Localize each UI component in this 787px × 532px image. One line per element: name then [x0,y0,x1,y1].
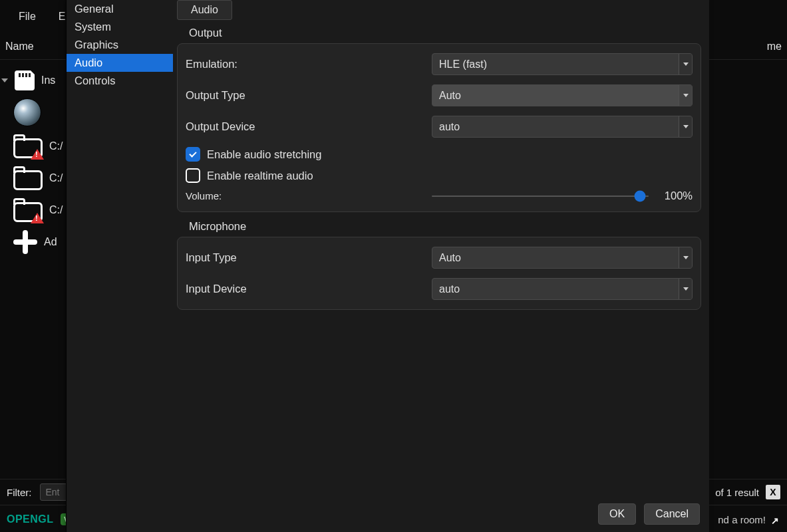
list-item-label: C:/ [49,172,63,184]
checkbox-label: Enable realtime audio [207,170,313,182]
output-device-label: Output Device [186,120,432,133]
audio-stretching-checkbox[interactable]: Enable audio stretching [186,147,693,162]
output-type-label: Output Type [186,89,432,102]
emulation-select[interactable]: HLE (fast) [432,53,693,75]
cancel-button[interactable]: Cancel [644,503,700,525]
column-name[interactable]: Name [5,41,34,53]
checkbox-icon [186,168,200,183]
column-right[interactable]: me [767,41,782,53]
output-type-select[interactable]: Auto [432,84,693,106]
input-type-select[interactable]: Auto [432,247,693,269]
group-output-label: Output [189,27,701,39]
input-type-label: Input Type [186,251,432,264]
sidebar-item-graphics[interactable]: Graphics [67,36,173,54]
checkbox-label: Enable audio stretching [207,148,321,161]
folder-icon [13,198,43,222]
chevron-down-icon [679,54,692,74]
plus-icon [13,230,37,254]
close-filter-button[interactable]: X [766,485,780,499]
expand-icon[interactable] [1,78,8,82]
dialog-footer: OK Cancel [67,496,709,532]
chevron-down-icon [679,116,692,137]
volume-slider[interactable] [432,196,649,197]
filter-label: Filter: [7,487,32,498]
realtime-audio-checkbox[interactable]: Enable realtime audio [186,168,693,183]
input-type-value: Auto [439,252,461,264]
sd-card-icon [15,70,35,90]
folder-icon [13,166,43,190]
input-device-select[interactable]: auto [432,278,693,300]
sidebar-item-controls[interactable]: Controls [67,72,173,90]
chevron-down-icon [679,279,692,299]
settings-sidebar: General System Graphics Audio Controls [67,0,173,496]
slider-thumb[interactable] [634,190,645,201]
menu-file[interactable]: File [19,11,36,23]
volume-label: Volume: [186,190,432,201]
renderer-badge[interactable]: OPENGL [7,513,54,525]
results-text: of 1 result [715,487,759,498]
emulation-value: HLE (fast) [439,59,487,70]
group-output: Emulation: HLE (fast) Output Type Auto [177,43,701,212]
settings-dialog: General System Graphics Audio Controls A… [66,0,709,532]
output-device-value: auto [439,121,460,133]
tab-audio[interactable]: Audio [177,0,232,20]
sidebar-item-system[interactable]: System [67,18,173,36]
alert-badge-icon [31,149,44,160]
alert-badge-icon [31,213,44,223]
game-icon [13,98,41,126]
input-device-label: Input Device [186,283,432,295]
settings-content: Audio Output Emulation: HLE (fast) Outpu… [173,0,709,496]
tab-strip: Audio [177,0,701,20]
list-item-label: C:/ [49,140,63,152]
group-microphone: Input Type Auto Input Device auto [177,237,701,310]
group-microphone-label: Microphone [189,220,701,233]
sidebar-item-audio[interactable]: Audio [67,54,173,72]
chevron-down-icon [679,247,692,268]
emulation-label: Emulation: [186,58,432,70]
list-item-label: C:/ [49,204,63,216]
volume-value: 100% [658,190,693,202]
sidebar-item-general[interactable]: General [67,0,173,18]
room-text: nd a room! [718,514,766,525]
input-device-value: auto [439,283,460,295]
chevron-down-icon [679,85,692,106]
output-device-select[interactable]: auto [432,116,693,138]
ok-button[interactable]: OK [598,503,636,525]
list-item-label: Ad [44,236,57,248]
folder-icon [13,134,43,158]
checkbox-icon [186,147,200,162]
expand-icon[interactable] [771,515,780,524]
output-type-value: Auto [439,90,461,102]
list-item-label: Ins [41,74,55,86]
